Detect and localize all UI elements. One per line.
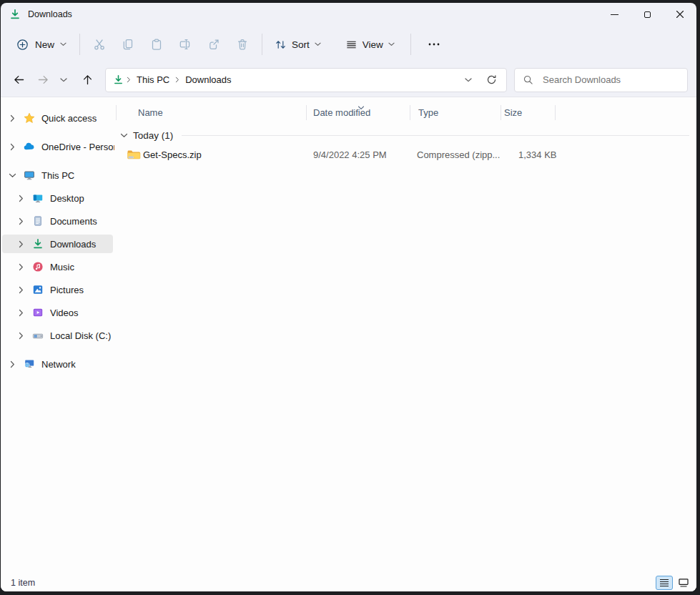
rename-icon bbox=[179, 38, 192, 51]
maximize-icon bbox=[644, 11, 651, 18]
address-dropdown-button[interactable] bbox=[459, 71, 478, 89]
column-separator[interactable] bbox=[555, 105, 556, 120]
paste-button[interactable] bbox=[142, 31, 171, 57]
chevron-down-icon[interactable] bbox=[8, 173, 16, 178]
breadcrumb-downloads[interactable]: Downloads bbox=[180, 72, 236, 88]
share-icon bbox=[207, 38, 220, 51]
downloads-folder-icon bbox=[9, 9, 21, 20]
sort-button[interactable]: Sort bbox=[267, 34, 328, 56]
chevron-down-icon bbox=[388, 42, 395, 46]
chevron-right-icon[interactable] bbox=[16, 195, 25, 202]
new-button-label: New bbox=[35, 39, 54, 50]
sidebar-item-label: Music bbox=[50, 262, 74, 272]
view-button[interactable]: View bbox=[338, 34, 402, 56]
new-button[interactable]: New bbox=[8, 33, 74, 56]
chevron-right-icon[interactable] bbox=[16, 263, 25, 271]
titlebar[interactable]: Downloads bbox=[1, 3, 696, 26]
breadcrumb-chevron-icon bbox=[175, 77, 179, 83]
delete-button[interactable] bbox=[228, 31, 257, 57]
search-box[interactable] bbox=[514, 68, 688, 92]
file-date-modified: 9/4/2022 4:25 PM bbox=[313, 149, 387, 160]
toolbar-separator bbox=[410, 34, 411, 55]
item-count: 1 item bbox=[11, 578, 35, 588]
column-separator[interactable] bbox=[410, 105, 410, 120]
column-header-date-modified[interactable]: Date modified bbox=[313, 107, 370, 118]
chevron-right-icon[interactable] bbox=[8, 360, 16, 368]
sidebar-item-quick-access[interactable]: Quick access bbox=[2, 109, 113, 127]
sidebar-item-label: Network bbox=[41, 359, 76, 370]
column-separator[interactable] bbox=[306, 105, 307, 120]
column-header-name[interactable]: Name bbox=[138, 107, 163, 118]
details-view-toggle[interactable] bbox=[656, 576, 673, 590]
chevron-right-icon[interactable] bbox=[8, 143, 16, 151]
chevron-right-icon[interactable] bbox=[16, 332, 25, 340]
zip-folder-icon bbox=[127, 149, 141, 163]
minimize-button[interactable] bbox=[598, 3, 631, 26]
group-header-today[interactable]: Today (1) bbox=[114, 127, 696, 143]
chevron-down-icon bbox=[465, 78, 472, 82]
chevron-right-icon[interactable] bbox=[16, 309, 25, 317]
back-button[interactable] bbox=[6, 69, 31, 92]
chevron-right-icon[interactable] bbox=[16, 240, 25, 248]
toolbar-separator bbox=[262, 34, 262, 55]
chevron-down-icon bbox=[60, 42, 66, 46]
chevron-down-icon[interactable] bbox=[120, 133, 128, 138]
rename-button[interactable] bbox=[171, 31, 199, 57]
minimize-icon bbox=[611, 14, 618, 15]
refresh-button[interactable] bbox=[482, 71, 501, 89]
window-title: Downloads bbox=[28, 9, 72, 19]
sidebar-item-videos[interactable]: Videos bbox=[2, 303, 113, 322]
sidebar-item-local-disk-c[interactable]: Local Disk (C:) bbox=[2, 326, 113, 345]
command-toolbar: New Sort bbox=[1, 26, 696, 63]
forward-button[interactable] bbox=[31, 69, 55, 92]
window-controls bbox=[598, 3, 696, 26]
sidebar-item-music[interactable]: Music bbox=[2, 257, 113, 276]
computer-monitor-icon bbox=[23, 169, 35, 181]
paste-icon bbox=[150, 38, 163, 51]
sidebar-item-desktop[interactable]: Desktop bbox=[2, 189, 113, 207]
copy-icon bbox=[122, 38, 134, 51]
search-input[interactable] bbox=[541, 74, 679, 86]
maximize-button[interactable] bbox=[631, 3, 664, 26]
scissors-icon bbox=[93, 38, 106, 51]
column-separator[interactable] bbox=[501, 105, 501, 120]
chevron-right-icon[interactable] bbox=[16, 286, 25, 294]
copy-button[interactable] bbox=[114, 31, 142, 57]
breadcrumb-this-pc[interactable]: This PC bbox=[132, 72, 174, 88]
see-more-button[interactable] bbox=[422, 32, 446, 56]
recent-locations-button[interactable] bbox=[55, 69, 72, 92]
sidebar-item-network[interactable]: Network bbox=[2, 355, 113, 373]
thumbnails-view-toggle[interactable] bbox=[675, 576, 692, 590]
chevron-right-icon[interactable] bbox=[8, 114, 16, 122]
file-explorer-window: Downloads New bbox=[1, 3, 696, 591]
status-bar: 1 item bbox=[1, 576, 696, 591]
close-button[interactable] bbox=[664, 3, 696, 26]
address-bar[interactable]: This PC Downloads bbox=[105, 68, 507, 92]
sidebar-item-label: OneDrive - Personal bbox=[41, 142, 114, 152]
sidebar-item-pictures[interactable]: Pictures bbox=[2, 280, 113, 299]
breadcrumb-chevron-icon bbox=[127, 77, 131, 83]
chevron-right-icon[interactable] bbox=[16, 217, 25, 225]
sidebar-item-label: Documents bbox=[50, 216, 97, 227]
sidebar-item-downloads[interactable]: Downloads bbox=[2, 235, 113, 253]
share-button[interactable] bbox=[199, 31, 228, 57]
file-list-pane: Name Date modified Type Size Today (1) bbox=[114, 97, 696, 576]
new-plus-icon bbox=[16, 38, 29, 51]
cut-button[interactable] bbox=[85, 31, 114, 57]
column-separator[interactable] bbox=[116, 105, 117, 120]
trash-icon bbox=[236, 38, 249, 51]
view-lines-icon bbox=[345, 39, 358, 51]
downloads-folder-icon bbox=[113, 74, 124, 85]
file-row-get-specs-zip[interactable]: Get-Specs.zip 9/4/2022 4:25 PM Compresse… bbox=[114, 144, 696, 164]
sidebar-item-label: Local Disk (C:) bbox=[50, 330, 111, 341]
sidebar-item-label: Downloads bbox=[50, 239, 96, 250]
sidebar-item-documents[interactable]: Documents bbox=[2, 212, 113, 230]
file-name[interactable]: Get-Specs.zip bbox=[143, 149, 202, 160]
document-icon bbox=[31, 215, 44, 227]
sidebar-item-this-pc[interactable]: This PC bbox=[2, 166, 113, 185]
column-header-size[interactable]: Size bbox=[504, 107, 522, 118]
content-area: Quick access OneDrive - Personal This PC… bbox=[1, 97, 696, 576]
up-button[interactable] bbox=[75, 69, 99, 92]
column-header-type[interactable]: Type bbox=[418, 107, 438, 118]
sidebar-item-onedrive[interactable]: OneDrive - Personal bbox=[2, 137, 113, 156]
